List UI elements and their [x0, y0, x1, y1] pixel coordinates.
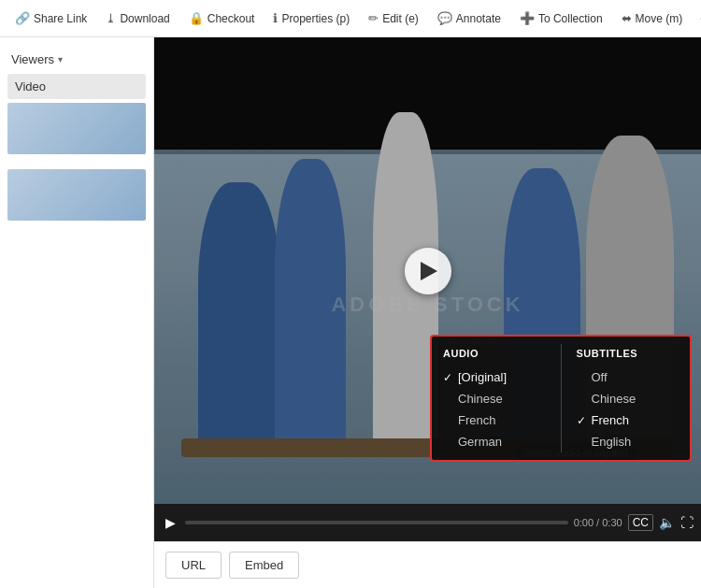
collection-icon: ➕ — [520, 11, 535, 25]
subtitle-off[interactable]: Off — [577, 366, 680, 388]
time-display: 0:00 / 0:30 — [574, 517, 622, 528]
bottom-bar: URL Embed — [154, 541, 701, 588]
share-link-button[interactable]: 🔗 Share Link — [7, 7, 94, 29]
video-area[interactable]: ADOBE STOCK AUDIO ✓ [Original] — [154, 37, 701, 504]
content-area: ADOBE STOCK AUDIO ✓ [Original] — [154, 37, 701, 588]
download-icon: ⤓ — [106, 11, 116, 25]
subtitle-chinese[interactable]: Chinese — [577, 388, 680, 409]
edit-icon: ✏ — [368, 11, 379, 25]
video-controls: ▶ 0:00 / 0:30 CC 🔈 ⛶ — [154, 504, 701, 541]
audio-original[interactable]: ✓ [Original] — [443, 366, 546, 388]
more-button[interactable]: ⋯ — [694, 6, 701, 31]
share-icon: 🔗 — [15, 11, 30, 25]
audio-chinese[interactable]: Chinese — [443, 388, 546, 409]
edit-button[interactable]: ✏ Edit (e) — [361, 7, 426, 29]
info-icon: ℹ — [273, 11, 278, 25]
audio-column: AUDIO ✓ [Original] Chinese French — [432, 344, 557, 452]
main-layout: Viewers ▾ Video — [0, 37, 701, 588]
progress-bar[interactable] — [185, 521, 568, 524]
audio-subtitle-popup: AUDIO ✓ [Original] Chinese French — [430, 335, 692, 462]
subtitles-column: SUBTITLES Off Chinese ✓ French — [565, 344, 691, 452]
download-button[interactable]: ⤓ Download — [98, 7, 177, 29]
toolbar: 🔗 Share Link ⤓ Download 🔒 Checkout ℹ Pro… — [0, 0, 701, 37]
captions-button[interactable]: CC — [628, 514, 653, 531]
audio-header: AUDIO — [443, 344, 546, 366]
move-button[interactable]: ⬌ Move (m) — [614, 7, 691, 29]
audio-german[interactable]: German — [443, 431, 546, 452]
viewers-label: Viewers — [11, 52, 54, 66]
viewers-header[interactable]: Viewers ▾ — [0, 45, 153, 74]
check-icon: ✓ — [443, 371, 454, 384]
annotate-button[interactable]: 💬 Annotate — [430, 7, 508, 29]
popup-divider — [561, 344, 562, 452]
play-pause-button[interactable]: ▶ — [162, 513, 179, 532]
sidebar-video-item[interactable]: Video — [7, 74, 146, 99]
move-icon: ⬌ — [622, 11, 632, 25]
chevron-down-icon: ▾ — [58, 54, 63, 65]
embed-button[interactable]: Embed — [229, 552, 299, 579]
subtitle-english[interactable]: English — [577, 431, 680, 452]
subtitle-french-check: ✓ — [577, 414, 588, 427]
subtitle-french[interactable]: ✓ French — [577, 409, 680, 431]
play-triangle-icon — [421, 262, 437, 280]
subtitles-header: SUBTITLES — [577, 344, 680, 366]
checkout-button[interactable]: 🔒 Checkout — [181, 7, 263, 29]
collection-button[interactable]: ➕ To Collection — [512, 7, 610, 29]
fullscreen-button[interactable]: ⛶ — [680, 515, 694, 530]
url-button[interactable]: URL — [165, 552, 222, 579]
volume-button[interactable]: 🔈 — [659, 515, 675, 530]
lock-icon: 🔒 — [189, 11, 204, 25]
sidebar: Viewers ▾ Video — [0, 37, 154, 588]
sidebar-thumb-2[interactable] — [7, 169, 146, 221]
sidebar-thumb-1[interactable] — [7, 103, 146, 154]
properties-button[interactable]: ℹ Properties (p) — [265, 7, 357, 29]
audio-french[interactable]: French — [443, 409, 546, 431]
annotate-icon: 💬 — [437, 11, 452, 25]
sidebar-item-2 — [0, 224, 153, 232]
popup-columns: AUDIO ✓ [Original] Chinese French — [432, 344, 690, 452]
play-button[interactable] — [405, 248, 451, 294]
sidebar-item-1 — [0, 158, 153, 165]
